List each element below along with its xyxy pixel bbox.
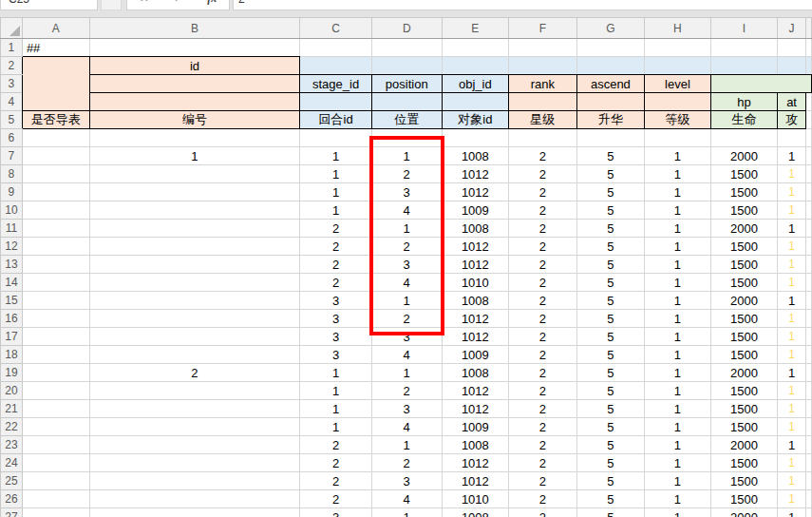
cell-H16[interactable]: 1 (645, 310, 710, 328)
cell-B7[interactable]: 1 (89, 147, 300, 165)
cell-E5[interactable]: 对象id (442, 111, 509, 129)
cell-A6[interactable] (22, 129, 89, 147)
cell-B20[interactable] (89, 382, 300, 400)
cell-B19[interactable]: 2 (89, 364, 300, 382)
cell-J5[interactable]: 攻 (778, 111, 806, 129)
cell-K16[interactable] (805, 310, 811, 328)
cell-G6[interactable] (576, 129, 645, 147)
cell-D23[interactable]: 1 (371, 436, 442, 454)
cell-A25[interactable] (22, 472, 89, 490)
cell-J19[interactable]: 1 (778, 364, 806, 382)
cell-K17[interactable] (805, 328, 811, 346)
cell-G9[interactable]: 5 (576, 183, 645, 201)
cell-C24[interactable]: 2 (300, 454, 372, 472)
cell-G23[interactable]: 5 (576, 436, 645, 454)
cell-H8[interactable]: 1 (645, 165, 710, 183)
cell-J9[interactable]: 1 (778, 183, 806, 201)
cell-F1[interactable] (509, 39, 576, 57)
row-header-27[interactable]: 27 (1, 508, 23, 517)
cell-I6[interactable] (710, 129, 777, 147)
cell-F21[interactable]: 2 (509, 400, 576, 418)
cell-F19[interactable]: 2 (509, 364, 576, 382)
column-header-G[interactable]: G (576, 18, 645, 39)
cell-K5[interactable] (805, 111, 811, 129)
cell-A18[interactable] (22, 346, 89, 364)
cell-I2[interactable] (710, 57, 777, 75)
cell-E8[interactable]: 1012 (442, 165, 509, 183)
cell-J15[interactable]: 1 (778, 292, 806, 310)
row-header-15[interactable]: 15 (1, 292, 23, 310)
cell-E20[interactable]: 1012 (442, 382, 509, 400)
cell-B11[interactable] (89, 220, 300, 238)
cell-K13[interactable] (805, 256, 811, 274)
cell-C21[interactable]: 1 (300, 400, 372, 418)
cell-E6[interactable] (442, 129, 509, 147)
row-header-6[interactable]: 6 (1, 129, 23, 147)
cell-A21[interactable] (22, 400, 89, 418)
row-header-7[interactable]: 7 (1, 147, 23, 165)
cell-G10[interactable]: 5 (576, 201, 645, 220)
confirm-icon[interactable]: ✓ (174, 0, 183, 10)
cell-C2[interactable] (300, 57, 372, 75)
cell-G4[interactable] (576, 93, 645, 111)
cell-B27[interactable] (89, 508, 300, 517)
cell-H6[interactable] (645, 129, 710, 147)
row-header-4[interactable]: 4 (1, 93, 23, 111)
cell-I21[interactable]: 1500 (710, 400, 777, 418)
cell-B10[interactable] (89, 201, 300, 220)
cell-B6[interactable] (89, 129, 300, 147)
row-header-22[interactable]: 22 (1, 418, 23, 436)
row-header-23[interactable]: 23 (1, 436, 23, 454)
cell-J10[interactable]: 1 (778, 201, 806, 220)
cell-E15[interactable]: 1008 (442, 292, 509, 310)
cell-J25[interactable]: 1 (778, 472, 806, 490)
cell-F8[interactable]: 2 (509, 165, 576, 183)
cell-D21[interactable]: 3 (371, 400, 442, 418)
cell-E16[interactable]: 1012 (442, 310, 509, 328)
cell-J7[interactable]: 1 (778, 147, 806, 165)
cell-B3[interactable] (89, 75, 300, 93)
cell-G17[interactable]: 5 (576, 328, 645, 346)
cell-I17[interactable]: 1500 (710, 328, 777, 346)
cell-F5[interactable]: 星级 (509, 111, 576, 129)
cell-K23[interactable] (805, 436, 811, 454)
cell-D2[interactable] (371, 57, 442, 75)
cell-K10[interactable] (805, 201, 811, 220)
cell-F24[interactable]: 2 (509, 454, 576, 472)
cell-K25[interactable] (805, 472, 811, 490)
cell-H15[interactable]: 1 (645, 292, 710, 310)
cell-C8[interactable]: 1 (300, 165, 372, 183)
cell-I14[interactable]: 1500 (710, 274, 777, 292)
cell-E23[interactable]: 1008 (442, 436, 509, 454)
cell-K7[interactable] (805, 147, 811, 165)
cell-G14[interactable]: 5 (576, 274, 645, 292)
cell-B1[interactable] (89, 39, 300, 57)
cell-C12[interactable]: 2 (300, 238, 372, 256)
cell-G19[interactable]: 5 (576, 364, 645, 382)
cell-G24[interactable]: 5 (576, 454, 645, 472)
row-header-26[interactable]: 26 (1, 490, 23, 508)
cell-G18[interactable]: 5 (576, 346, 645, 364)
cell-F16[interactable]: 2 (509, 310, 576, 328)
cell-G22[interactable]: 5 (576, 418, 645, 436)
cell-B15[interactable] (89, 292, 300, 310)
cell-H1[interactable] (645, 39, 710, 57)
cell-F6[interactable] (509, 129, 576, 147)
row-header-3[interactable]: 3 (1, 75, 23, 93)
cell-H26[interactable]: 1 (645, 490, 710, 508)
cell-A24[interactable] (22, 454, 89, 472)
name-box[interactable]: C25 (0, 0, 98, 10)
cell-J24[interactable]: 1 (778, 454, 806, 472)
cell-E22[interactable]: 1009 (442, 418, 509, 436)
cell-B25[interactable] (89, 472, 300, 490)
cell-F15[interactable]: 2 (509, 292, 576, 310)
cell-K21[interactable] (805, 400, 811, 418)
cell-H2[interactable] (645, 57, 710, 75)
cell-J13[interactable]: 1 (778, 256, 806, 274)
cell-I3-merged[interactable] (710, 75, 811, 93)
cell-K20[interactable] (805, 382, 811, 400)
cell-D26[interactable]: 4 (371, 490, 442, 508)
cell-D1[interactable] (371, 39, 442, 57)
row-header-12[interactable]: 12 (1, 238, 23, 256)
cell-C27[interactable]: 3 (300, 508, 372, 517)
